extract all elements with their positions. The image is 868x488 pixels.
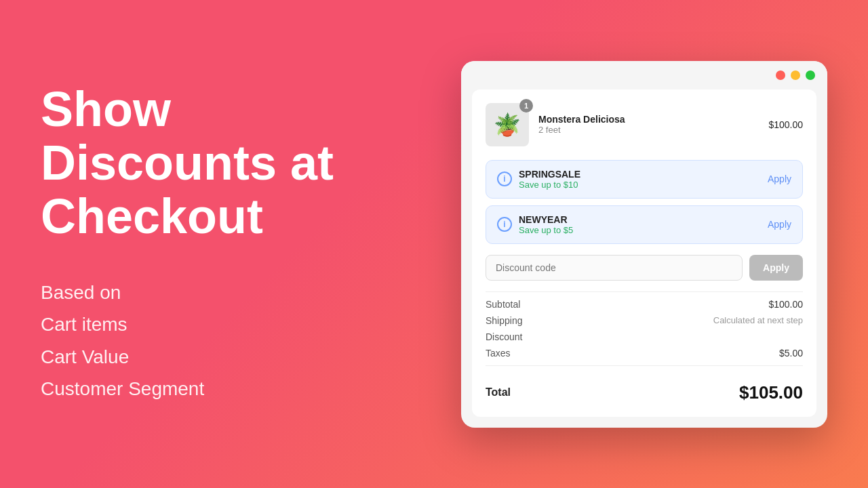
minimize-icon[interactable] (791, 70, 800, 80)
product-price: $100.00 (768, 119, 803, 130)
discount-code-0: SPRINGSALE (519, 169, 580, 180)
shipping-value: Calculated at next step (713, 315, 803, 325)
product-info: Monstera Deliciosa 2 feet (538, 114, 625, 135)
subtotal-row: Subtotal $100.00 (486, 299, 803, 310)
checkout-window: 1 🪴 Monstera Deliciosa 2 feet $100.00 i … (461, 61, 827, 428)
taxes-label: Taxes (486, 348, 511, 359)
based-on-label: Based on (41, 277, 380, 309)
left-panel: Show Discounts at Checkout Based on Cart… (41, 83, 380, 405)
info-icon-0: i (497, 171, 512, 186)
total-row: Total $105.00 (486, 375, 803, 403)
list-item-customer-segment: Customer Segment (41, 373, 380, 405)
shipping-row: Shipping Calculated at next step (486, 315, 803, 326)
apply-link-0[interactable]: Apply (768, 174, 791, 184)
info-icon-1: i (497, 217, 512, 232)
hero-title: Show Discounts at Checkout (41, 83, 380, 244)
product-subtitle: 2 feet (538, 125, 625, 135)
product-left: 1 🪴 Monstera Deliciosa 2 feet (486, 103, 625, 146)
shipping-label: Shipping (486, 315, 523, 326)
taxes-row: Taxes $5.00 (486, 348, 803, 359)
discount-details-0: SPRINGSALE Save up to $10 (519, 169, 580, 190)
divider-2 (486, 365, 803, 366)
list-item-cart-value: Cart Value (41, 341, 380, 373)
total-label: Total (486, 386, 511, 399)
product-image-wrap: 1 🪴 (486, 103, 529, 146)
product-badge: 1 (519, 99, 533, 113)
apply-button[interactable]: Apply (749, 255, 803, 281)
product-row: 1 🪴 Monstera Deliciosa 2 feet $100.00 (486, 103, 803, 146)
discount-code-1: NEWYEAR (519, 214, 573, 225)
subtotal-label: Subtotal (486, 299, 520, 310)
discount-card-1: i NEWYEAR Save up to $5 Apply (486, 205, 803, 244)
discount-card-left-0: i SPRINGSALE Save up to $10 (497, 169, 580, 190)
window-titlebar (461, 61, 827, 89)
total-value: $105.00 (739, 382, 803, 403)
discount-card-left-1: i NEWYEAR Save up to $5 (497, 214, 573, 235)
discount-code-input[interactable] (486, 255, 743, 281)
discount-card-0: i SPRINGSALE Save up to $10 Apply (486, 160, 803, 199)
plant-emoji: 🪴 (494, 112, 521, 138)
product-name: Monstera Deliciosa (538, 114, 625, 125)
discount-input-row: Apply (486, 255, 803, 281)
taxes-value: $5.00 (779, 348, 803, 359)
discount-save-0: Save up to $10 (519, 180, 580, 190)
divider-1 (486, 291, 803, 292)
discount-label: Discount (486, 331, 522, 342)
discount-row: Discount (486, 331, 803, 342)
based-on-list: Based on Cart items Cart Value Customer … (41, 277, 380, 405)
discount-details-1: NEWYEAR Save up to $5 (519, 214, 573, 235)
list-item-cart-items: Cart items (41, 308, 380, 341)
close-icon[interactable] (776, 70, 785, 80)
discount-save-1: Save up to $5 (519, 225, 573, 235)
checkout-body: 1 🪴 Monstera Deliciosa 2 feet $100.00 i … (472, 89, 816, 417)
maximize-icon[interactable] (806, 70, 815, 80)
apply-link-1[interactable]: Apply (768, 219, 791, 230)
subtotal-value: $100.00 (768, 299, 803, 310)
